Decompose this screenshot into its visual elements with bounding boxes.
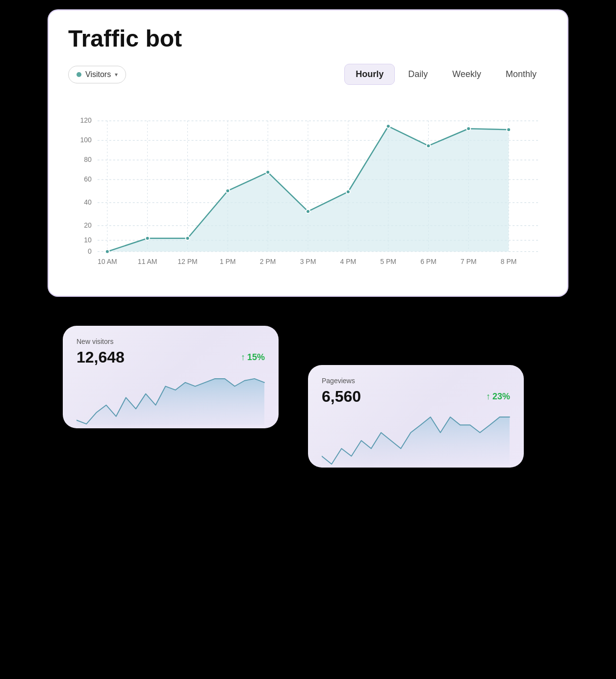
mini-cards-row: New visitors 12,648 ↑ 15%	[48, 326, 568, 468]
svg-text:10 AM: 10 AM	[98, 258, 117, 265]
svg-point-28	[105, 250, 109, 254]
pageviews-label: Pageviews	[322, 377, 510, 385]
period-tabs-group: Hourly Daily Weekly Monthly	[344, 64, 548, 85]
main-chart-card: Traffic bot Visitors ▾ Hourly Daily Week…	[48, 10, 568, 296]
svg-point-33	[306, 209, 310, 213]
main-line-chart: 0 10 20 40 60 80 100 120	[68, 95, 548, 281]
pageviews-chart-svg	[322, 414, 510, 468]
new-visitors-label: New visitors	[77, 338, 265, 345]
svg-point-36	[427, 144, 431, 148]
svg-text:3 PM: 3 PM	[300, 258, 316, 265]
svg-text:12 PM: 12 PM	[178, 258, 197, 265]
svg-text:1 PM: 1 PM	[220, 258, 236, 265]
new-visitors-change-pct: 15%	[247, 352, 265, 363]
pageviews-card: Pageviews 6,560 ↑ 23%	[308, 365, 524, 468]
tab-weekly[interactable]: Weekly	[441, 64, 492, 85]
page-title: Traffic bot	[68, 25, 548, 52]
chart-header: Visitors ▾ Hourly Daily Weekly Monthly	[68, 64, 548, 85]
svg-point-31	[226, 189, 230, 193]
svg-text:120: 120	[80, 116, 92, 124]
chevron-down-icon: ▾	[115, 71, 118, 78]
svg-text:5 PM: 5 PM	[380, 258, 396, 265]
svg-text:4 PM: 4 PM	[340, 258, 357, 265]
tab-monthly[interactable]: Monthly	[494, 64, 548, 85]
new-visitors-value: 12,648	[77, 348, 125, 366]
main-chart-area: 0 10 20 40 60 80 100 120	[68, 95, 548, 281]
arrow-up-icon-2: ↑	[486, 392, 490, 402]
svg-point-35	[386, 124, 390, 128]
svg-text:2 PM: 2 PM	[260, 258, 276, 265]
svg-text:40: 40	[84, 198, 92, 206]
svg-text:80: 80	[84, 156, 92, 163]
visitors-dropdown-button[interactable]: Visitors ▾	[68, 66, 126, 83]
svg-text:60: 60	[84, 175, 92, 183]
visitors-dot-icon	[77, 72, 81, 77]
tab-hourly[interactable]: Hourly	[344, 64, 395, 85]
pageviews-value: 6,560	[322, 388, 361, 406]
svg-text:20: 20	[84, 221, 92, 229]
svg-point-38	[507, 128, 511, 131]
svg-text:10: 10	[84, 236, 92, 244]
pageviews-mini-chart	[322, 414, 510, 468]
new-visitors-change: ↑ 15%	[241, 352, 265, 363]
pageviews-change-pct: 23%	[492, 392, 510, 402]
svg-text:7 PM: 7 PM	[461, 258, 477, 265]
new-visitors-chart-svg	[77, 374, 265, 428]
svg-text:100: 100	[80, 136, 92, 144]
svg-text:0: 0	[88, 247, 92, 255]
new-visitors-mini-chart	[77, 374, 265, 428]
svg-point-34	[346, 190, 350, 194]
svg-text:11 AM: 11 AM	[138, 258, 157, 265]
arrow-up-icon: ↑	[241, 352, 245, 363]
svg-marker-51	[322, 417, 510, 464]
new-visitors-stats-row: 12,648 ↑ 15%	[77, 348, 265, 366]
svg-point-30	[186, 236, 190, 240]
visitors-label: Visitors	[85, 70, 111, 79]
tab-daily[interactable]: Daily	[397, 64, 439, 85]
pageviews-stats-row: 6,560 ↑ 23%	[322, 388, 510, 406]
svg-point-37	[466, 127, 470, 131]
svg-point-29	[146, 236, 150, 240]
svg-point-32	[266, 170, 270, 174]
svg-text:6 PM: 6 PM	[420, 258, 436, 265]
pageviews-change: ↑ 23%	[486, 392, 510, 402]
svg-text:8 PM: 8 PM	[501, 258, 517, 265]
new-visitors-card: New visitors 12,648 ↑ 15%	[63, 326, 279, 428]
